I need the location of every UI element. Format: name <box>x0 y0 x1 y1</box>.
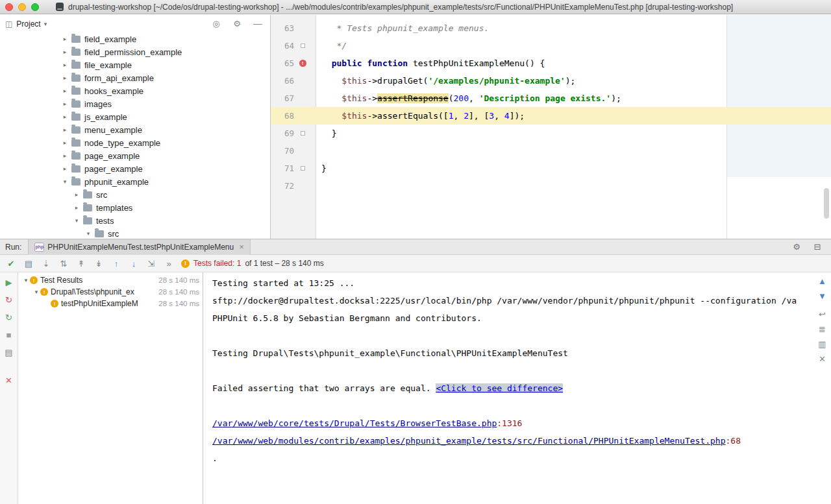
project-tree-item[interactable]: ▸field_example <box>0 32 270 45</box>
editor-line[interactable]: 66 $this->drupalGet('/examples/phpunit-e… <box>271 72 831 90</box>
editor-line[interactable]: 69 } <box>271 125 831 142</box>
project-tree-item[interactable]: ▸menu_example <box>0 123 270 136</box>
editor-scrollbar-thumb[interactable] <box>824 188 829 219</box>
chevron-right-icon[interactable]: ▸ <box>61 165 69 172</box>
project-tree-item[interactable]: ▸field_permission_example <box>0 45 270 58</box>
print-icon[interactable]: ▥ <box>817 340 828 348</box>
fold-marker-icon[interactable] <box>294 43 311 48</box>
project-tree-item[interactable]: ▸images <box>0 97 270 110</box>
scroll-down-icon[interactable]: ▼ <box>817 292 828 300</box>
next-failed-test-icon[interactable]: ↓ <box>128 259 140 268</box>
settings-icon[interactable]: ⚙ <box>231 19 243 28</box>
project-tool-window-icon: ◫ <box>5 19 12 29</box>
editor-line[interactable]: 68 $this->assertEquals([1, 2], [3, 4]); <box>271 107 831 125</box>
chevron-right-icon[interactable]: ▸ <box>61 62 69 68</box>
project-tree-item[interactable]: ▸hooks_example <box>0 84 270 97</box>
chevron-right-icon[interactable]: ▸ <box>61 36 69 42</box>
project-tree-item[interactable]: ▸src <box>0 188 270 201</box>
settings-icon[interactable]: ⚙ <box>791 243 802 251</box>
test-history-icon[interactable]: ▤ <box>3 348 15 357</box>
project-tree-item[interactable]: ▾src <box>0 227 270 239</box>
chevron-right-icon[interactable]: ▸ <box>61 114 69 120</box>
project-tree-item[interactable]: ▸file_example <box>0 58 270 71</box>
editor-line[interactable]: 67 $this->assertResponse(200, 'Descripti… <box>271 90 831 107</box>
chevron-right-icon[interactable]: ▸ <box>73 191 81 198</box>
editor-line[interactable]: 64 */ <box>271 37 831 54</box>
chevron-right-icon[interactable]: ▸ <box>61 49 69 55</box>
editor-line[interactable]: 65! public function testPhpUnitExampleMe… <box>271 54 831 72</box>
chevron-down-icon[interactable]: ▾ <box>73 217 81 224</box>
test-tree-item[interactable]: ▼!Test Results28 s 140 ms <box>18 274 203 286</box>
folder-icon <box>71 178 81 186</box>
stop-icon[interactable]: ■ <box>3 331 15 339</box>
project-tree-item[interactable]: ▸templates <box>0 201 270 214</box>
chevron-right-icon[interactable]: ▸ <box>61 152 69 159</box>
chevron-down-icon[interactable]: ▼ <box>22 278 30 283</box>
project-tree-item[interactable]: ▾phpunit_example <box>0 175 270 188</box>
project-tree-item[interactable]: ▸node_type_example <box>0 136 270 149</box>
run-tab[interactable]: php PHPUnitExampleMenuTest.testPhpUnitEx… <box>28 239 250 255</box>
clear-all-icon[interactable]: ✕ <box>817 355 828 363</box>
test-failed-gutter-icon[interactable]: ! <box>294 60 311 67</box>
close-tab-icon[interactable]: × <box>239 242 244 252</box>
chevron-down-icon[interactable]: ▾ <box>61 178 69 185</box>
chevron-down-icon[interactable]: ▼ <box>32 289 40 295</box>
code-text <box>316 142 321 160</box>
show-test-output-icon[interactable]: ▤ <box>23 259 34 268</box>
more-chevron-icon[interactable]: » <box>163 259 175 268</box>
test-failed-gutter-icon[interactable]: ! <box>299 60 306 67</box>
project-panel-title[interactable]: Project <box>16 19 40 29</box>
expand-all-icon[interactable]: ↡ <box>93 259 105 268</box>
project-tree-item[interactable]: ▸page_example <box>0 149 270 162</box>
chevron-down-icon[interactable]: ▾ <box>84 230 92 237</box>
close-window-button[interactable] <box>5 3 13 11</box>
editor-line[interactable]: 72 <box>271 177 831 195</box>
console-link[interactable]: /var/www/web/modules/contrib/examples/ph… <box>212 436 726 446</box>
hide-panel-icon[interactable]: — <box>252 19 264 28</box>
project-tree-item[interactable]: ▸form_api_example <box>0 71 270 84</box>
code-editor[interactable]: 63 * Tests phpunit_example menus.64 */65… <box>271 15 831 239</box>
chevron-right-icon[interactable]: ▸ <box>61 126 69 133</box>
fold-marker-icon[interactable] <box>294 166 311 171</box>
fold-marker-icon[interactable] <box>301 166 305 171</box>
zoom-window-button[interactable] <box>31 3 39 11</box>
toggle-auto-test-icon[interactable]: ↻ <box>3 313 15 322</box>
scroll-to-end-icon[interactable]: ≣ <box>817 325 828 333</box>
fold-marker-icon[interactable] <box>301 131 305 136</box>
chevron-right-icon[interactable]: ▸ <box>61 139 69 146</box>
chevron-right-icon[interactable]: ▸ <box>61 75 69 81</box>
editor-line[interactable]: 63 * Tests phpunit_example menus. <box>271 19 831 37</box>
locate-file-icon[interactable]: ◎ <box>210 19 222 28</box>
editor-line[interactable]: 71} <box>271 160 831 177</box>
rerun-icon[interactable]: ▶ <box>3 278 15 287</box>
soft-wrap-icon[interactable]: ↩ <box>817 310 828 318</box>
console-link[interactable]: <Click to see difference> <box>436 383 563 393</box>
tree-item-label: phpunit_example <box>84 177 149 187</box>
scroll-up-icon[interactable]: ▲ <box>817 277 828 285</box>
fold-marker-icon[interactable] <box>294 131 311 136</box>
rerun-failed-tests-icon[interactable]: ↻ <box>3 296 15 304</box>
console-link[interactable]: /var/www/web/core/tests/Drupal/Tests/Bro… <box>212 418 497 428</box>
chevron-right-icon[interactable]: ▸ <box>73 204 81 211</box>
chevron-down-icon[interactable]: ▾ <box>44 21 47 27</box>
test-tree-item[interactable]: !testPhpUnitExampleM28 s 140 ms <box>18 298 203 309</box>
test-console-output[interactable]: Testing started at 13:25 ...sftp://docke… <box>203 272 813 504</box>
close-icon[interactable]: ✕ <box>3 376 15 385</box>
test-tree-item[interactable]: ▼!Drupal\Tests\phpunit_ex28 s 140 ms <box>18 286 203 298</box>
project-tree-item[interactable]: ▸pager_example <box>0 162 270 175</box>
editor-line[interactable]: 70 <box>271 142 831 160</box>
project-tree-item[interactable]: ▾tests <box>0 214 270 227</box>
hide-panel-icon[interactable]: ⊟ <box>812 243 823 251</box>
fold-marker-icon[interactable] <box>301 43 305 48</box>
sort-by-duration-icon[interactable]: ⇅ <box>58 259 69 268</box>
chevron-right-icon[interactable]: ▸ <box>61 101 69 107</box>
import-test-results-icon[interactable]: ⇲ <box>145 259 157 268</box>
chevron-right-icon[interactable]: ▸ <box>61 88 69 94</box>
minimize-window-button[interactable] <box>18 3 26 11</box>
folder-icon <box>71 114 81 121</box>
show-passed-icon[interactable]: ✔ <box>5 259 17 268</box>
collapse-all-icon[interactable]: ↟ <box>75 259 87 268</box>
previous-failed-test-icon[interactable]: ↑ <box>110 259 122 268</box>
sort-alphabetically-icon[interactable]: ⇣ <box>40 259 52 268</box>
project-tree-item[interactable]: ▸js_example <box>0 110 270 123</box>
